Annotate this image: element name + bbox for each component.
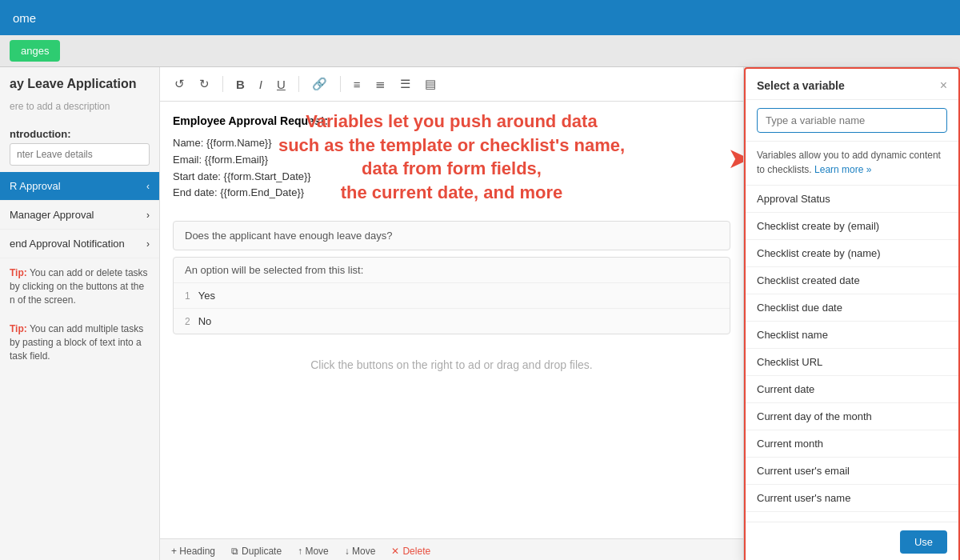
sidebar-item-end-approval[interactable]: end Approval Notification › <box>0 230 159 258</box>
variable-list-item[interactable]: Current date <box>746 376 958 403</box>
footer-bar: + Heading ⧉ Duplicate ↑ Move ↓ Move ✕ De… <box>160 538 743 560</box>
variable-list-item[interactable]: Checklist due date <box>746 294 958 322</box>
editor-line-1: Name: {{form.Name}} <box>173 135 730 152</box>
sidebar-item-hr-approval[interactable]: R Approval ‹ <box>0 172 159 201</box>
move-down-button[interactable]: ↓ Move <box>345 546 376 557</box>
task-item-1[interactable]: Does the applicant have enough leave day… <box>173 221 730 250</box>
variable-list-item[interactable]: Current user's name <box>746 485 958 512</box>
editor-line-4: End date: {{form.End_Date}} <box>173 185 730 202</box>
toolbar-separator-2 <box>298 76 299 92</box>
sidebar-item-manager-approval[interactable]: Manager Approval › <box>0 201 159 230</box>
variable-list-item[interactable]: Current month <box>746 430 958 458</box>
delete-icon: ✕ <box>391 546 399 557</box>
variable-list-item[interactable]: Approval Status <box>746 186 958 213</box>
variable-list-item[interactable]: Checklist created date <box>746 267 958 294</box>
editor-wrapper: Employee Approval Request: Name: {{form.… <box>160 102 743 214</box>
toolbar-separator-1 <box>222 76 223 92</box>
sidebar-desc: ere to add a description <box>0 101 159 122</box>
center-content: ↺ ↻ B I U 🔗 ≡ ≣ ☰ ▤ Employee Approval Re… <box>160 67 744 560</box>
task-options-label: An option will be selected from this lis… <box>174 258 730 283</box>
editor-toolbar: ↺ ↻ B I U 🔗 ≡ ≣ ☰ ▤ <box>160 67 743 102</box>
variable-list: Approval StatusChecklist create by (emai… <box>746 186 958 522</box>
header-title: ome <box>13 11 36 25</box>
variable-list-item[interactable]: Current year <box>746 512 958 522</box>
editor-label: Employee Approval Request: <box>173 114 730 127</box>
toolbar-separator-3 <box>340 76 341 92</box>
panel-title: Select a variable <box>757 79 845 92</box>
chevron-left-icon: ‹ <box>146 181 150 192</box>
panel-footer: Use <box>746 522 958 560</box>
task-option-yes[interactable]: 1 Yes <box>174 283 730 309</box>
drop-zone: Click the buttons on the right to ad or … <box>160 342 743 387</box>
task-list: Does the applicant have enough leave day… <box>160 221 743 334</box>
panel-close-button[interactable]: × <box>940 78 947 93</box>
sub-header: anges <box>0 35 960 67</box>
move-up-button[interactable]: ↑ Move <box>298 546 329 557</box>
bold-button[interactable]: B <box>231 74 250 94</box>
editor-line-2: Email: {{form.Email}} <box>173 152 730 169</box>
sidebar-tip-2: Tip: You can add multiple tasks by pasti… <box>0 314 159 370</box>
chevron-right-icon-2: › <box>146 238 150 250</box>
sidebar-section-title: ntroduction: <box>0 122 159 143</box>
variable-list-item[interactable]: Current user's email <box>746 458 958 485</box>
left-sidebar: ay Leave Application ere to add a descri… <box>0 67 160 560</box>
redo-button[interactable]: ↻ <box>194 74 214 94</box>
add-heading-button[interactable]: + Heading <box>171 546 215 557</box>
editor-line-3: Start date: {{form.Start_Date}} <box>173 169 730 186</box>
link-button[interactable]: 🔗 <box>307 74 332 94</box>
unordered-list-button[interactable]: ≡ <box>349 74 366 94</box>
sidebar-tip-1: Tip: You can add or delete tasks by clic… <box>0 258 159 314</box>
header: ome <box>0 0 960 35</box>
task-option-no[interactable]: 2 No <box>174 309 730 334</box>
align-right-button[interactable]: ▤ <box>420 74 441 94</box>
changes-button[interactable]: anges <box>10 40 60 62</box>
duplicate-button[interactable]: ⧉ Duplicate <box>231 546 282 557</box>
variable-panel: Select a variable × Variables allow you … <box>744 67 960 560</box>
sidebar-title: ay Leave Application <box>0 77 159 101</box>
panel-description: Variables allow you to add dynamic conte… <box>746 142 958 186</box>
section-input[interactable] <box>10 143 150 166</box>
underline-button[interactable]: U <box>272 74 290 94</box>
variable-list-item[interactable]: Checklist name <box>746 322 958 349</box>
undo-button[interactable]: ↺ <box>170 74 190 94</box>
variable-list-item[interactable]: Checklist create by (name) <box>746 240 958 267</box>
learn-more-link[interactable]: Learn more » <box>814 164 871 175</box>
main-layout: ay Leave Application ere to add a descri… <box>0 67 960 560</box>
variable-search-input[interactable] <box>757 108 947 133</box>
variable-list-item[interactable]: Checklist create by (email) <box>746 213 958 240</box>
panel-search <box>746 100 958 142</box>
chevron-right-icon: › <box>146 210 150 221</box>
variable-list-item[interactable]: Checklist URL <box>746 349 958 376</box>
align-center-button[interactable]: ☰ <box>395 74 415 94</box>
editor-area: Employee Approval Request: Name: {{form.… <box>160 102 743 214</box>
use-variable-button[interactable]: Use <box>900 530 947 554</box>
panel-header: Select a variable × <box>746 69 958 100</box>
delete-button[interactable]: ✕ Delete <box>391 546 430 557</box>
task-item-2: An option will be selected from this lis… <box>173 257 730 334</box>
ordered-list-button[interactable]: ≣ <box>370 74 390 94</box>
editor-content[interactable]: Name: {{form.Name}} Email: {{form.Email}… <box>173 135 730 202</box>
duplicate-icon: ⧉ <box>231 546 238 557</box>
italic-button[interactable]: I <box>254 74 267 94</box>
variable-list-item[interactable]: Current day of the month <box>746 403 958 430</box>
